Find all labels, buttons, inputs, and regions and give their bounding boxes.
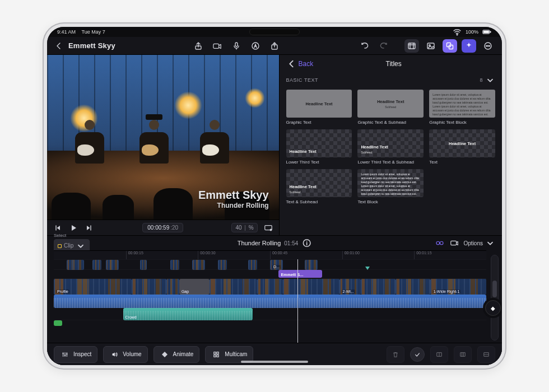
timeline-clip[interactable]: Crowd — [123, 308, 253, 320]
svg-point-27 — [62, 353, 63, 354]
confirm-button[interactable] — [410, 347, 425, 362]
timeline-clip[interactable]: Gap — [179, 279, 210, 295]
speaker-icon — [109, 349, 119, 360]
title-preset-label: Graphic Text Block — [429, 120, 495, 125]
lane-overwrite: D... — [54, 259, 486, 269]
timeline-clip[interactable] — [283, 279, 339, 295]
timeline-clip[interactable]: Emmett S... — [278, 270, 322, 278]
timeline-clip[interactable] — [248, 260, 257, 270]
timeline-clip[interactable]: D... — [270, 260, 283, 270]
timeline-clip[interactable] — [396, 279, 430, 295]
title-preset[interactable]: Lorem ipsum dolor sit amet, voluptua at … — [357, 169, 424, 204]
multicam-button[interactable]: Multicam — [205, 346, 253, 363]
timeline-clip[interactable] — [192, 260, 205, 270]
timeline-clip[interactable]: Profile — [54, 279, 132, 295]
timeline-clip[interactable] — [67, 260, 84, 270]
browser-button[interactable] — [404, 39, 419, 53]
title-preset-thumbnail: Headline Text — [286, 129, 352, 157]
title-preset-thumbnail: Headline TextSubhead — [357, 129, 424, 157]
timeline-clip[interactable] — [106, 260, 119, 270]
export-button[interactable] — [267, 39, 282, 53]
scrollbar-thumb[interactable] — [492, 281, 497, 297]
play-button[interactable] — [68, 223, 78, 233]
keyframe-icon — [160, 349, 170, 360]
title-preset-label: Lower Third Text & Subhead — [357, 160, 424, 165]
animate-button[interactable]: Animate — [153, 346, 200, 363]
volume-button[interactable]: Volume — [103, 346, 147, 363]
info-icon[interactable] — [301, 238, 311, 248]
camera-import-button[interactable] — [210, 39, 225, 53]
back-chevron-icon[interactable] — [54, 41, 64, 51]
home-indicator[interactable] — [241, 361, 308, 363]
text-circle-icon — [250, 41, 260, 51]
snapping-button[interactable] — [435, 238, 445, 248]
timeline-clip[interactable] — [170, 260, 179, 270]
title-preset[interactable]: Headline TextSubheadGraphic Text & Subhe… — [357, 90, 424, 125]
delete-button[interactable] — [387, 346, 404, 363]
timeline-clip[interactable] — [54, 295, 486, 308]
svg-rect-31 — [214, 352, 216, 353]
timeline-tracks[interactable]: D... Emmett S... ProfileGap2-Wi...1-Wide… — [47, 259, 502, 343]
layout-c-button[interactable] — [477, 346, 495, 363]
trash-icon — [390, 349, 401, 360]
zoom-percent-control[interactable]: 40 | % — [231, 223, 257, 232]
timeline-clip[interactable] — [92, 260, 101, 270]
checkmark-icon — [412, 349, 422, 360]
text-tool-button[interactable] — [248, 39, 263, 53]
timeline-clip[interactable] — [257, 279, 283, 295]
title-preset[interactable]: Headline TextSubheadText & Subhead — [286, 169, 352, 204]
title-preset[interactable]: Headline TextSubheadLower Third Text & S… — [357, 129, 424, 165]
timeline-clip[interactable] — [132, 279, 166, 295]
project-title[interactable]: Emmett Skyy — [68, 41, 115, 50]
title-preset[interactable]: Headline TextLower Third Text — [286, 129, 352, 165]
timeline-clip[interactable] — [166, 279, 179, 295]
timeline-clip[interactable]: 1-Wide Right-1 — [430, 279, 486, 295]
timeline-clip[interactable] — [54, 320, 62, 326]
inspector-back-button[interactable]: Back — [286, 59, 314, 69]
display-options-button[interactable] — [263, 223, 273, 233]
timeline-clip[interactable] — [361, 279, 396, 295]
prev-frame-button[interactable] — [53, 223, 63, 233]
title-preset-label: Text Block — [357, 199, 424, 204]
title-preset[interactable]: Lorem ipsum dolor sit amet, voluptua at … — [429, 90, 495, 125]
timeline-clip[interactable]: 2-Wi... — [339, 279, 361, 295]
svg-marker-30 — [162, 352, 168, 357]
timecode-display[interactable]: 00:00:59:20 — [142, 223, 183, 232]
timeline-clip[interactable] — [305, 260, 318, 270]
layout-b-button[interactable] — [454, 346, 472, 363]
title-preset[interactable]: Headline TextText — [429, 129, 495, 165]
voiceover-button[interactable] — [229, 39, 244, 53]
camera-notch — [249, 29, 300, 35]
timeline-clip[interactable] — [140, 260, 147, 270]
titles-browser-button[interactable] — [443, 39, 457, 53]
main-split: Emmett Skyy Thunder Rolling 00:00:59:20 … — [47, 55, 502, 235]
lane-audio-secondary: Crowd — [54, 307, 486, 320]
inspector-section-header[interactable]: BASIC TEXT 8 — [280, 73, 502, 87]
timeline-clip[interactable] — [210, 279, 257, 295]
title-preset-label: Graphic Text — [286, 120, 352, 125]
grid-icon — [211, 349, 221, 360]
audio-browser-button[interactable] — [462, 39, 476, 53]
title-preset[interactable]: Headline TextGraphic Text — [286, 90, 352, 125]
photos-button[interactable] — [424, 39, 438, 53]
more-button[interactable] — [481, 39, 495, 53]
inspect-button[interactable]: Inspect — [54, 346, 97, 363]
viewer-canvas[interactable]: Emmett Skyy Thunder Rolling — [47, 55, 279, 220]
redo-button[interactable] — [376, 39, 391, 53]
svg-rect-2 — [483, 31, 489, 33]
volume-label: Volume — [123, 351, 141, 357]
share-button[interactable] — [191, 39, 206, 53]
timeline-marker[interactable] — [365, 267, 370, 270]
timeline-panel: Select Clip Thunder Rolling 01:54 — [47, 235, 502, 365]
undo-button[interactable] — [357, 39, 372, 53]
playhead[interactable] — [297, 259, 298, 343]
timeline-clip[interactable] — [218, 260, 226, 270]
vertical-scrollbar[interactable] — [491, 255, 499, 340]
timeline-view-button[interactable] — [449, 238, 459, 248]
options-menu[interactable]: Options — [464, 238, 495, 248]
jog-dial[interactable]: ◆ — [485, 300, 501, 316]
layout-a-button[interactable] — [430, 346, 448, 363]
title-preset-label: Lower Third Text — [286, 160, 352, 165]
timeline-ruler[interactable]: 00:00:1500:00:3000:00:4500:01:0000:01:15 — [54, 250, 486, 259]
next-frame-button[interactable] — [84, 223, 94, 233]
